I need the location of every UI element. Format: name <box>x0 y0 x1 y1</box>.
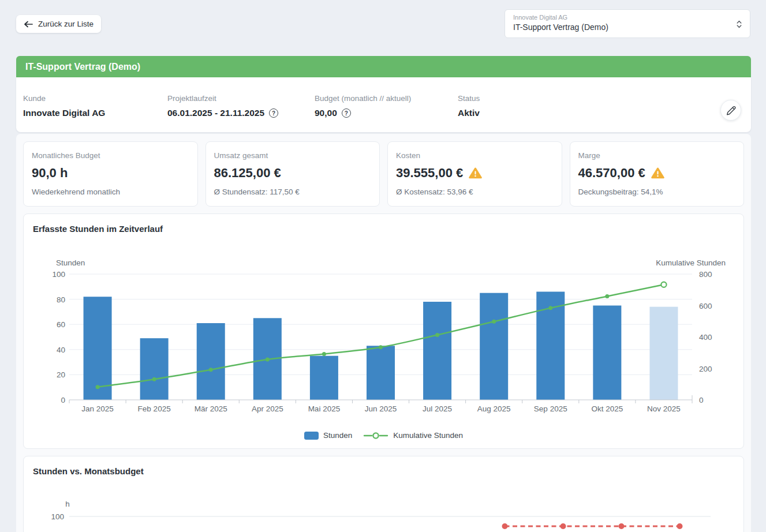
svg-text:Sep 2025: Sep 2025 <box>534 404 567 413</box>
svg-text:Jan 2025: Jan 2025 <box>81 404 114 413</box>
stat-card-umsatz: Umsatz gesamt 86.125,00 € Ø Stundensatz:… <box>205 141 380 207</box>
pencil-icon <box>726 106 736 115</box>
stat-label: Kosten <box>396 151 554 160</box>
hours-over-time-card: Erfasste Stunden im Zeitverlauf StundenK… <box>23 213 744 449</box>
stat-sub: Wiederkehrend monatlich <box>32 188 189 196</box>
edit-button[interactable] <box>720 100 741 121</box>
bar-Mai 2025 <box>310 356 338 400</box>
svg-text:20: 20 <box>57 370 65 379</box>
field-kunde: Kunde Innovate Digital AG <box>23 94 167 132</box>
legend-item-stunden[interactable]: Stunden <box>304 431 352 440</box>
stat-label: Umsatz gesamt <box>214 151 372 160</box>
svg-text:Okt 2025: Okt 2025 <box>591 404 623 413</box>
stats-row: Monatliches Budget 90,0 h Wiederkehrend … <box>23 141 744 207</box>
svg-text:400: 400 <box>699 333 712 342</box>
svg-text:Aug 2025: Aug 2025 <box>477 404 511 413</box>
stat-sub: Ø Stundensatz: 117,50 € <box>214 188 372 196</box>
field-value: 06.01.2025 - 21.11.2025 <box>167 108 264 118</box>
bar-Aug 2025 <box>480 293 508 400</box>
field-budget: Budget (monatlich // aktuell) 90,00? <box>315 94 458 132</box>
line-swatch-icon <box>363 432 388 440</box>
field-status: Status Aktiv <box>458 94 480 132</box>
svg-text:100: 100 <box>52 270 65 279</box>
svg-text:Mai 2025: Mai 2025 <box>308 404 341 413</box>
svg-text:200: 200 <box>699 365 712 373</box>
svg-text:Feb 2025: Feb 2025 <box>138 404 171 413</box>
hours-vs-budget-card: Stunden vs. Monatsbudget h100 <box>23 456 744 532</box>
bar-Mär 2025 <box>197 323 225 400</box>
svg-text:800: 800 <box>699 270 712 279</box>
stat-sub: Deckungsbeitrag: 54,1% <box>578 188 736 196</box>
back-button[interactable]: Zurück zur Liste <box>16 15 101 33</box>
project-details: Kunde Innovate Digital AG Projektlaufzei… <box>16 77 751 132</box>
project-card: IT-Support Vertrag (Demo) Kunde Innovate… <box>16 56 751 132</box>
bar-Feb 2025 <box>140 338 169 400</box>
bar-Nov 2025 <box>649 307 678 400</box>
hours-vs-budget-chart: h100 <box>24 456 743 532</box>
svg-text:Nov 2025: Nov 2025 <box>647 404 681 413</box>
svg-text:80: 80 <box>57 295 65 304</box>
stat-value: 39.555,00 € <box>396 167 463 179</box>
project-selector-value: IT-Support Vertrag (Demo) <box>513 23 729 32</box>
chart-legend: Stunden Kumulative Stunden <box>24 431 743 440</box>
bar-Jan 2025 <box>84 297 112 400</box>
svg-text:Mär 2025: Mär 2025 <box>195 404 227 413</box>
stat-value: 46.570,00 € <box>578 167 645 179</box>
warning-icon <box>469 167 482 179</box>
stat-card-monatliches-budget: Monatliches Budget 90,0 h Wiederkehrend … <box>23 141 198 207</box>
project-title: IT-Support Vertrag (Demo) <box>25 62 140 72</box>
field-label: Status <box>458 94 480 103</box>
svg-text:40: 40 <box>57 346 65 354</box>
field-label: Budget (monatlich // aktuell) <box>315 94 458 103</box>
project-header: IT-Support Vertrag (Demo) <box>16 56 751 77</box>
project-selector-client: Innovate Digital AG <box>513 14 729 21</box>
svg-text:0: 0 <box>699 396 704 404</box>
bar-swatch-icon <box>304 432 319 440</box>
stat-card-kosten: Kosten 39.555,00 € Ø Kostensatz: 53,96 € <box>387 141 562 207</box>
legend-label: Kumulative Stunden <box>393 431 463 440</box>
field-value: 90,00 <box>315 108 337 118</box>
field-projektlaufzeit: Projektlaufzeit 06.01.2025 - 21.11.2025? <box>167 94 315 132</box>
stat-card-marge: Marge 46.570,00 € Deckungsbeitrag: 54,1% <box>570 141 745 207</box>
hours-over-time-chart: StundenKumulative Stunden020406080100020… <box>24 214 743 448</box>
content-panel: Monatliches Budget 90,0 h Wiederkehrend … <box>16 134 751 532</box>
back-button-label: Zurück zur Liste <box>38 20 94 28</box>
stat-value: 86.125,00 € <box>214 167 281 179</box>
warning-icon <box>651 167 664 179</box>
field-label: Projektlaufzeit <box>167 94 315 103</box>
stat-label: Monatliches Budget <box>32 151 189 160</box>
field-label: Kunde <box>23 94 167 103</box>
field-value: Innovate Digital AG <box>23 108 105 118</box>
svg-text:h: h <box>65 500 70 508</box>
legend-item-kumulative-stunden[interactable]: Kumulative Stunden <box>363 431 463 440</box>
stat-label: Marge <box>578 151 736 160</box>
field-value: Aktiv <box>458 108 480 118</box>
svg-text:Jun 2025: Jun 2025 <box>365 404 397 413</box>
legend-label: Stunden <box>323 431 352 440</box>
help-icon[interactable]: ? <box>269 108 278 118</box>
svg-text:Jul 2025: Jul 2025 <box>423 404 452 413</box>
svg-text:Kumulative Stunden: Kumulative Stunden <box>656 258 726 267</box>
arrow-left-icon <box>24 21 33 28</box>
bar-Okt 2025 <box>593 306 621 400</box>
bar-Jul 2025 <box>423 302 451 400</box>
stat-value: 90,0 h <box>32 167 68 179</box>
svg-text:60: 60 <box>57 320 65 329</box>
svg-text:Apr 2025: Apr 2025 <box>252 404 283 413</box>
page: Zurück zur Liste Innovate Digital AG IT-… <box>0 0 766 532</box>
stat-sub: Ø Kostensatz: 53,96 € <box>396 188 554 196</box>
svg-text:Stunden: Stunden <box>56 258 85 267</box>
svg-text:0: 0 <box>61 396 65 404</box>
svg-text:100: 100 <box>51 512 64 521</box>
svg-text:600: 600 <box>699 302 712 310</box>
chevron-updown-icon <box>737 20 742 28</box>
project-selector[interactable]: Innovate Digital AG IT-Support Vertrag (… <box>505 9 750 38</box>
help-icon[interactable]: ? <box>342 108 351 118</box>
bar-Jun 2025 <box>367 346 395 400</box>
